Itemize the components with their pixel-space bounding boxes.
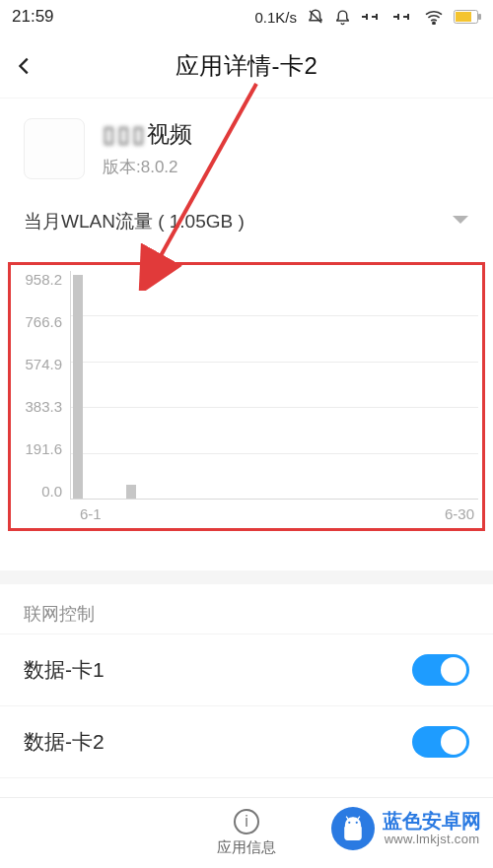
network-switch-row: 数据-卡2 xyxy=(0,705,493,777)
watermark-title: 蓝色安卓网 xyxy=(383,810,481,833)
dnd-icon xyxy=(307,8,324,26)
svg-rect-2 xyxy=(478,14,481,20)
svg-rect-3 xyxy=(456,12,471,22)
svg-point-5 xyxy=(356,822,358,824)
watermark: 蓝色安卓网 www.lmkjst.com xyxy=(331,807,481,850)
app-version: 版本:8.0.2 xyxy=(103,156,192,178)
app-info: ▯▯▯视频 版本:8.0.2 xyxy=(0,99,493,195)
period-dropdown[interactable]: 当月WLAN流量 ( 1.05GB ) xyxy=(0,195,493,248)
chart-bar xyxy=(126,485,136,499)
chart-y-tick: 958.2 xyxy=(25,271,62,288)
chevron-left-icon xyxy=(14,55,35,77)
chart-x-end: 6-30 xyxy=(445,505,474,522)
chevron-down-icon xyxy=(452,213,469,231)
chart-plot-area xyxy=(70,271,478,500)
status-bar: 21:59 0.1K/s xyxy=(0,0,493,33)
switch-label: 数据-卡2 xyxy=(24,728,412,756)
usage-chart: 958.2766.6574.9383.3191.60.0 6-1 6-30 xyxy=(0,248,493,570)
period-label: 当月WLAN流量 ( 1.05GB ) xyxy=(24,209,452,234)
signal-2-icon xyxy=(392,10,414,24)
battery-icon xyxy=(454,10,481,24)
toggle-switch[interactable] xyxy=(412,726,469,758)
chart-y-tick: 574.9 xyxy=(25,356,62,372)
switch-label: 数据-卡1 xyxy=(24,656,412,684)
chart-y-axis: 958.2766.6574.9383.3191.60.0 xyxy=(15,271,70,500)
chart-y-tick: 766.6 xyxy=(25,313,62,330)
back-button[interactable] xyxy=(14,33,35,98)
chart-x-axis: 6-1 6-30 xyxy=(70,500,478,522)
network-section-title: 联网控制 xyxy=(0,584,493,634)
wifi-icon xyxy=(424,9,444,25)
chart-x-start: 6-1 xyxy=(80,505,102,522)
chart-y-tick: 0.0 xyxy=(41,483,62,500)
toggle-switch[interactable] xyxy=(412,654,469,686)
svg-point-0 xyxy=(433,22,435,24)
chart-y-tick: 191.6 xyxy=(25,440,62,457)
bell-icon xyxy=(334,9,351,26)
app-icon xyxy=(24,118,85,179)
svg-point-4 xyxy=(348,822,350,824)
status-netspeed: 0.1K/s xyxy=(254,9,297,26)
watermark-url: www.lmkjst.com xyxy=(383,833,481,847)
chart-bar xyxy=(73,275,83,499)
chart-highlight-frame: 958.2766.6574.9383.3191.60.0 6-1 6-30 xyxy=(8,262,485,531)
page-title: 应用详情-卡2 xyxy=(176,50,318,82)
chart-y-tick: 383.3 xyxy=(25,398,62,415)
app-info-label: 应用信息 xyxy=(217,838,276,857)
signal-1-icon xyxy=(361,10,383,24)
android-mascot-icon xyxy=(331,807,375,850)
status-time: 21:59 xyxy=(12,7,254,27)
app-name: ▯▯▯视频 xyxy=(103,119,192,150)
network-switch-row: 数据-卡1 xyxy=(0,634,493,705)
info-icon: i xyxy=(234,809,259,835)
page-header: 应用详情-卡2 xyxy=(0,33,493,99)
